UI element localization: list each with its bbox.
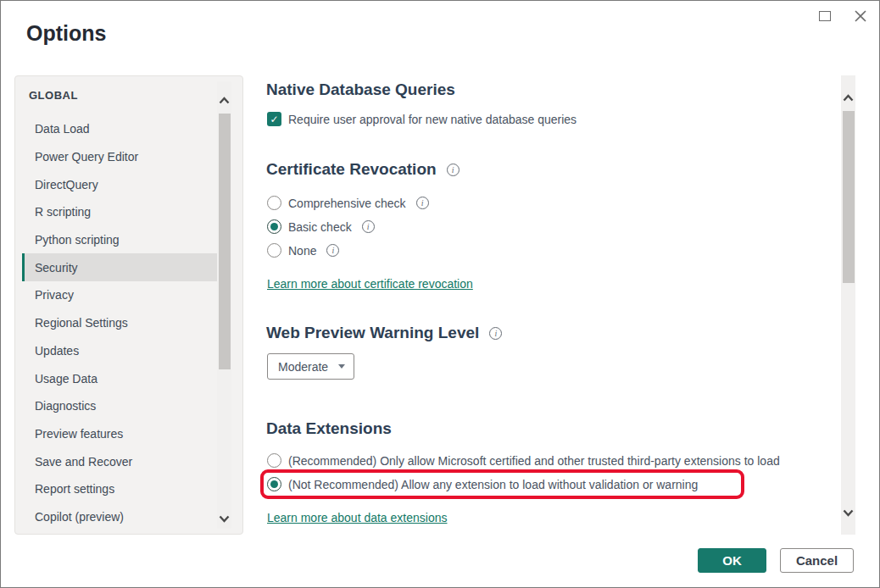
info-icon[interactable]: i [362,220,375,233]
chevron-up-icon [219,97,230,104]
sidebar-scroll-up-button[interactable] [217,92,231,108]
sidebar-scrollbar[interactable] [217,81,231,529]
sidebar-item-python-scripting[interactable]: Python scripting [22,226,219,254]
native-database-queries-heading: Native Database Queries [266,80,455,99]
basic-check-radio[interactable] [267,219,281,234]
caret-down-icon [338,364,345,369]
sidebar-item-copilot-preview[interactable]: Copilot (preview) [22,503,219,531]
sidebar-list: Data Load Power Query Editor DirectQuery… [15,115,219,530]
basic-check-row: Basic check i [267,219,375,234]
recommended-extensions-row: (Recommended) Only allow Microsoft certi… [267,453,780,468]
sidebar-header: GLOBAL [29,89,78,102]
comprehensive-check-radio[interactable] [267,196,281,210]
sidebar-item-data-load[interactable]: Data Load [22,115,219,143]
options-dialog: { "window": { "title": "Options" }, "sid… [0,0,880,588]
sidebar-item-usage-data[interactable]: Usage Data [22,364,219,392]
not-recommended-extensions-row: (Not Recommended) Allow any extension to… [267,477,698,491]
ok-button[interactable]: OK [698,548,766,573]
sidebar-item-privacy[interactable]: Privacy [22,281,219,309]
content-scroll-up-button[interactable] [841,89,855,106]
sidebar-item-r-scripting[interactable]: R scripting [22,198,219,226]
content-scrollbar-thumb[interactable] [843,111,855,283]
page-title: Options [26,21,106,46]
chevron-down-icon [843,509,854,517]
basic-check-label: Basic check [288,220,352,234]
certificate-revocation-heading: Certificate Revocation i [266,160,459,179]
maximize-icon [819,11,831,21]
data-extensions-heading-text: Data Extensions [266,419,392,438]
close-icon [854,9,867,23]
require-approval-checkbox[interactable]: ✓ [267,112,281,126]
info-icon[interactable]: i [489,327,502,340]
require-approval-label: Require user approval for new native dat… [288,113,576,126]
require-approval-row: ✓ Require user approval for new native d… [267,112,576,126]
data-extensions-heading: Data Extensions [266,419,392,438]
chevron-down-icon [219,515,230,523]
web-preview-heading-text: Web Preview Warning Level [266,324,479,342]
data-extensions-link[interactable]: Learn more about data extensions [267,511,447,524]
not-recommended-extensions-label: (Not Recommended) Allow any extension to… [288,478,698,491]
none-row: None i [267,243,339,258]
cancel-button[interactable]: Cancel [780,548,854,573]
info-icon[interactable]: i [447,164,459,176]
certificate-revocation-heading-text: Certificate Revocation [266,160,437,179]
check-icon: ✓ [270,114,278,125]
content-scrollbar[interactable] [841,75,855,535]
not-recommended-extensions-radio[interactable] [267,477,281,491]
web-preview-heading: Web Preview Warning Level i [266,324,502,342]
sidebar-item-report-settings[interactable]: Report settings [22,475,219,503]
recommended-extensions-radio[interactable] [267,453,281,468]
chevron-up-icon [843,94,854,102]
sidebar-item-power-query-editor[interactable]: Power Query Editor [22,143,219,171]
native-database-queries-heading-text: Native Database Queries [266,80,455,99]
sidebar: GLOBAL Data Load Power Query Editor Dire… [14,75,243,535]
warning-level-dropdown[interactable]: Moderate [267,353,354,380]
certificate-revocation-link[interactable]: Learn more about certificate revocation [267,277,473,291]
recommended-extensions-label: (Recommended) Only allow Microsoft certi… [288,454,780,468]
sidebar-item-regional-settings[interactable]: Regional Settings [22,309,219,337]
none-radio[interactable] [267,243,281,258]
sidebar-item-updates[interactable]: Updates [22,337,219,365]
sidebar-item-diagnostics[interactable]: Diagnostics [22,392,219,420]
sidebar-item-security[interactable]: Security [22,253,219,281]
sidebar-item-save-and-recover[interactable]: Save and Recover [22,447,219,475]
close-button[interactable] [849,6,872,26]
content-scroll-down-button[interactable] [841,504,855,521]
comprehensive-check-label: Comprehensive check [288,197,406,210]
maximize-button[interactable] [813,6,837,26]
comprehensive-check-row: Comprehensive check i [267,196,429,210]
info-icon[interactable]: i [416,197,429,209]
info-icon[interactable]: i [326,244,339,257]
window-controls [813,6,872,26]
sidebar-scroll-down-button[interactable] [217,510,231,527]
sidebar-item-preview-features[interactable]: Preview features [22,420,219,448]
warning-level-dropdown-value: Moderate [278,360,328,374]
sidebar-scrollbar-thumb[interactable] [219,114,231,369]
none-label: None [288,244,316,258]
sidebar-item-directquery[interactable]: DirectQuery [22,170,219,198]
